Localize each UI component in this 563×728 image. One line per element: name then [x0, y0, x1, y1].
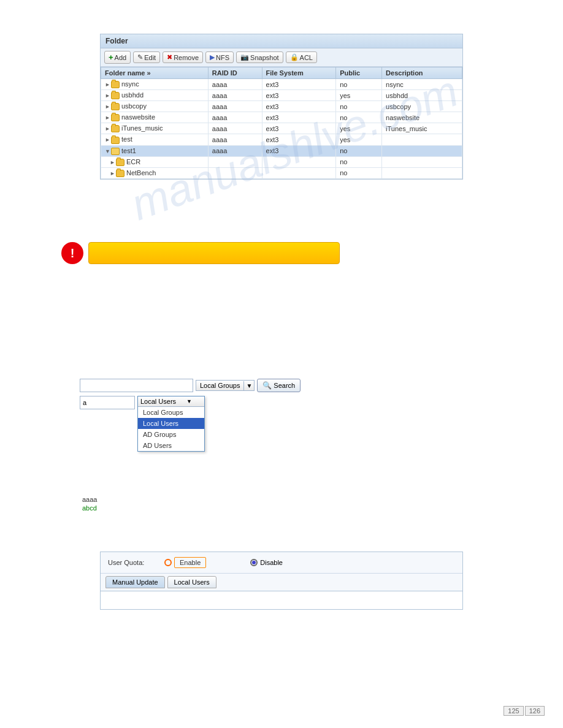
table-row[interactable]: ▼test1 aaaa ext3 no [101, 145, 462, 156]
table-row[interactable]: ►iTunes_music aaaa ext3 yes iTunes_music [101, 123, 462, 134]
folder-icon [111, 92, 120, 99]
table-row[interactable]: ►naswebsite aaaa ext3 no naswebsite [101, 112, 462, 123]
remove-icon: ✖ [167, 53, 172, 61]
folder-name-cell: ►test [101, 134, 209, 145]
warning-section: ! [61, 242, 340, 264]
disable-radio[interactable] [250, 559, 258, 566]
nfs-icon: ▶ [210, 53, 215, 61]
quota-row: User Quota: Enable Disable [101, 552, 462, 574]
search-top-row: Local Groups ▼ 🔍 Search [80, 379, 325, 392]
edit-icon: ✎ [137, 53, 143, 61]
warning-bar [88, 242, 340, 264]
page-next: 126 [525, 706, 545, 716]
folder-toolbar: + Add ✎ Edit ✖ Remove ▶ NFS 📷 Snapshot 🔒… [101, 48, 462, 67]
acl-button[interactable]: 🔒 ACL [286, 51, 317, 63]
type-dropdown: Local Users ▼ Local Groups Local Users A… [137, 396, 205, 452]
folder-icon [111, 114, 120, 121]
result-item[interactable]: abcd [81, 504, 325, 512]
dropdown-header[interactable]: Local Users ▼ [138, 396, 204, 407]
col-raid-id: RAID ID [208, 67, 262, 79]
tab-local-users[interactable]: Local Users [167, 576, 216, 588]
folder-icon [111, 137, 120, 144]
snapshot-button[interactable]: 📷 Snapshot [236, 51, 283, 63]
folder-name-cell: ▼test1 [101, 145, 209, 156]
folder-title: Folder [101, 34, 462, 48]
folder-open-icon [111, 148, 120, 155]
folder-panel: Folder + Add ✎ Edit ✖ Remove ▶ NFS 📷 Sna… [100, 34, 463, 180]
search-results: aaaa abcd [80, 495, 325, 512]
col-folder-name: Folder name » [101, 67, 209, 79]
folder-name-cell: ►nsync [101, 79, 209, 90]
dropdown-item-local-groups[interactable]: Local Groups [138, 407, 204, 418]
result-item[interactable]: aaaa [81, 495, 325, 504]
add-button[interactable]: + Add [104, 51, 131, 64]
col-public: Public [336, 67, 382, 79]
search-input-top[interactable] [80, 379, 193, 392]
search-section: Local Groups ▼ 🔍 Search Local Users ▼ Lo… [80, 379, 325, 512]
add-icon: + [109, 53, 113, 62]
search-button[interactable]: 🔍 Search [257, 379, 301, 392]
dropdown-item-local-users[interactable]: Local Users [138, 418, 204, 429]
quota-content [101, 591, 462, 609]
disable-label: Disable [260, 559, 283, 566]
acl-icon: 🔒 [290, 53, 299, 61]
edit-button[interactable]: ✎ Edit [133, 51, 160, 63]
folder-name-cell: ►NetBench [101, 167, 209, 178]
col-filesystem: File System [262, 67, 336, 79]
quota-section: User Quota: Enable Disable Manual Update… [100, 552, 463, 610]
folder-icon [116, 159, 124, 166]
table-row[interactable]: ►test aaaa ext3 yes [101, 134, 462, 145]
enable-option[interactable]: Enable [164, 557, 206, 568]
table-row[interactable]: ►nsync aaaa ext3 no nsync [101, 79, 462, 90]
pagination: 125 126 [504, 706, 545, 716]
folder-name-cell: ►usbhdd [101, 90, 209, 101]
disable-option[interactable]: Disable [250, 559, 283, 566]
folder-icon [111, 125, 120, 132]
search-bottom-row: Local Users ▼ Local Groups Local Users A… [80, 396, 325, 409]
dropdown-item-ad-users[interactable]: AD Users [138, 440, 204, 451]
top-dropdown-arrow[interactable]: ▼ [243, 381, 254, 390]
table-row[interactable]: ►ECR no [101, 156, 462, 167]
snapshot-icon: 📷 [240, 53, 249, 61]
col-description: Description [382, 67, 462, 79]
tab-manual-update[interactable]: Manual Update [105, 576, 165, 588]
remove-button[interactable]: ✖ Remove [163, 51, 203, 63]
folder-name-cell: ►naswebsite [101, 112, 209, 123]
quota-tabs: Manual Update Local Users [101, 574, 462, 591]
dropdown-selected-label: Local Users [140, 398, 176, 405]
dropdown-header-arrow: ▼ [186, 398, 192, 404]
folder-name-cell: ►ECR [101, 156, 209, 167]
enable-radio[interactable] [164, 559, 172, 566]
top-dropdown-value: Local Groups [196, 381, 243, 390]
folder-table: Folder name » RAID ID File System Public… [101, 67, 462, 179]
folder-name-cell: ►iTunes_music [101, 123, 209, 134]
folder-icon [111, 81, 120, 88]
folder-icon [116, 170, 124, 177]
folder-icon [111, 103, 120, 110]
table-row[interactable]: ►NetBench no [101, 167, 462, 178]
folder-name-cell: ►usbcopy [101, 101, 209, 112]
page-current: 125 [504, 706, 523, 716]
table-row[interactable]: ►usbhdd aaaa ext3 yes usbhdd [101, 90, 462, 101]
nfs-button[interactable]: ▶ NFS [205, 51, 234, 63]
enable-label: Enable [174, 557, 206, 568]
warning-icon: ! [61, 242, 83, 264]
search-icon: 🔍 [262, 381, 272, 390]
search-input-bottom[interactable] [80, 396, 135, 409]
table-row[interactable]: ►usbcopy aaaa ext3 no usbcopy [101, 101, 462, 112]
dropdown-item-ad-groups[interactable]: AD Groups [138, 429, 204, 440]
quota-label: User Quota: [108, 559, 157, 566]
